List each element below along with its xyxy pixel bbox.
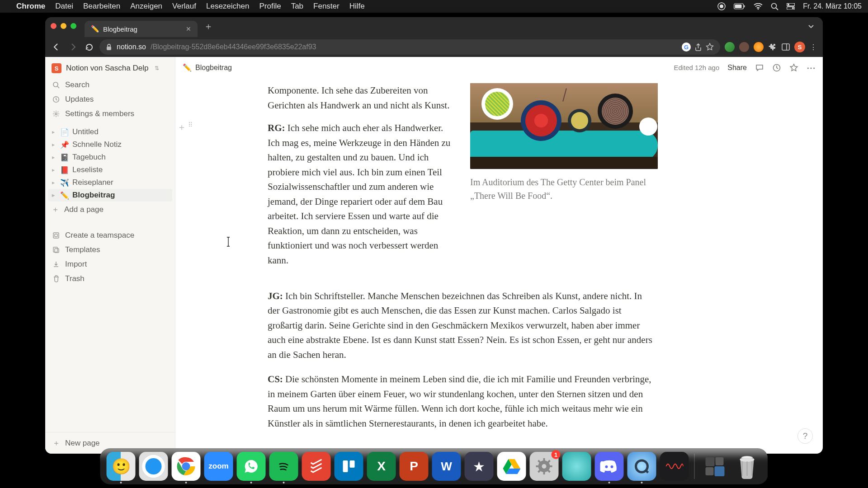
favorite-star-icon[interactable] <box>789 63 798 72</box>
add-block-icon[interactable]: ＋ <box>177 121 186 133</box>
menu-fenster[interactable]: Fenster <box>313 2 340 11</box>
more-menu-icon[interactable]: ⋯ <box>807 63 816 72</box>
screen-record-icon[interactable] <box>717 2 726 10</box>
dock-app-teal[interactable] <box>562 452 591 481</box>
dock-stacks[interactable] <box>700 452 729 481</box>
nav-reload-button[interactable] <box>83 41 95 53</box>
sidebar-teamspace[interactable]: Create a teamspace <box>45 228 175 243</box>
menu-profile[interactable]: Profile <box>259 2 281 11</box>
dock-whatsapp[interactable] <box>237 452 266 481</box>
spotlight-search-icon[interactable] <box>771 3 778 10</box>
dock-google-drive[interactable] <box>497 452 526 481</box>
dock-trash[interactable] <box>733 452 762 481</box>
sidebar-page-blogbeitrag[interactable]: ▸✏️Blogbeitrag <box>48 189 172 202</box>
caret-icon[interactable]: ▸ <box>50 179 57 186</box>
caret-icon[interactable]: ▸ <box>50 167 57 173</box>
extension-icon-3[interactable] <box>754 42 764 52</box>
chrome-profile-avatar[interactable]: S <box>794 42 805 52</box>
menu-bearbeiten[interactable]: Bearbeiten <box>83 2 120 11</box>
help-button[interactable]: ? <box>797 428 813 444</box>
dock-trello[interactable] <box>335 452 363 481</box>
sidebar-settings[interactable]: Settings & members <box>45 107 175 121</box>
nav-forward-button[interactable] <box>67 41 79 53</box>
dock-word[interactable]: W <box>432 452 461 481</box>
dock-quicktime[interactable] <box>627 452 656 481</box>
paragraph[interactable]: JG: Ich bin Schriftsteller. Manche Mensc… <box>268 289 656 362</box>
menubar-app-name[interactable]: Chrome <box>16 2 45 11</box>
bookmark-star-icon[interactable] <box>706 43 714 51</box>
dock-zoom[interactable]: zoom <box>204 452 233 481</box>
svg-line-37 <box>538 460 540 462</box>
browser-tab[interactable]: ✏️ Blogbeitrag ✕ <box>85 21 198 37</box>
share-url-icon[interactable] <box>694 43 702 51</box>
sidebar-page-untitled[interactable]: ▸📄Untitled <box>45 126 175 138</box>
menu-tab[interactable]: Tab <box>291 2 303 11</box>
image-caption[interactable]: Im Auditorium des The Getty Center beim … <box>470 175 658 202</box>
dock-spotify[interactable] <box>269 452 298 481</box>
share-button[interactable]: Share <box>727 64 747 72</box>
dock-system-settings[interactable]: 1 <box>530 452 559 481</box>
caret-icon[interactable]: ▸ <box>50 154 57 160</box>
page-label: Tagebuch <box>72 153 106 162</box>
image-column: Im Auditorium des The Getty Center beim … <box>470 83 658 202</box>
address-bar[interactable]: notion.so/Blogbeitrag-552d8e6eb44346ee99… <box>99 39 720 55</box>
menu-lesezeichen[interactable]: Lesezeichen <box>206 2 249 11</box>
dock-todoist[interactable] <box>302 452 331 481</box>
window-minimize-button[interactable] <box>61 23 66 29</box>
comments-icon[interactable] <box>755 63 764 72</box>
extension-icon-1[interactable] <box>725 42 735 52</box>
caret-icon[interactable]: ▸ <box>50 141 57 148</box>
caret-icon[interactable]: ▸ <box>50 129 57 135</box>
paragraph[interactable]: CS: Die schönsten Momente in meinem Lebe… <box>268 372 656 431</box>
dock-chrome[interactable] <box>172 452 201 481</box>
sidebar-page-reiseplaner[interactable]: ▸✈️Reiseplaner <box>45 176 175 189</box>
menu-hilfe[interactable]: Hilfe <box>349 2 365 11</box>
trash-icon <box>52 275 61 282</box>
window-close-button[interactable] <box>51 23 57 29</box>
window-zoom-button[interactable] <box>71 23 76 29</box>
dock-finder[interactable]: 🙂 <box>107 452 136 481</box>
sidebar-trash[interactable]: Trash <box>45 272 175 286</box>
sidebar-page-tagebuch[interactable]: ▸📓Tagebuch <box>45 151 175 164</box>
chrome-menu-icon[interactable]: ⋮ <box>810 43 817 52</box>
sidebar-page-schnelle-notiz[interactable]: ▸📌Schnelle Notiz <box>45 138 175 151</box>
nav-back-button[interactable] <box>51 41 62 53</box>
fullwidth-text[interactable]: JG: Ich bin Schriftsteller. Manche Mensc… <box>268 289 656 431</box>
dock-safari[interactable] <box>139 452 168 481</box>
sidebar-updates[interactable]: Updates <box>45 92 175 107</box>
drag-handle-icon[interactable]: ⠿ <box>188 121 192 133</box>
dock-discord[interactable] <box>595 452 624 481</box>
sidebar-search[interactable]: Search <box>45 78 175 92</box>
sidebar-page-leseliste[interactable]: ▸📕Leseliste <box>45 164 175 176</box>
page-content[interactable]: ＋ ⠿ Komponente. Ich sehe das Zubereiten … <box>175 79 823 454</box>
history-icon[interactable] <box>772 63 781 72</box>
breadcrumb[interactable]: ✏️ Blogbeitrag <box>183 63 232 72</box>
battery-icon[interactable] <box>734 3 745 9</box>
menubar-clock[interactable]: Fr. 24. März 10:05 <box>803 2 862 10</box>
wifi-icon[interactable] <box>754 3 763 10</box>
extensions-puzzle-icon[interactable] <box>768 42 777 52</box>
extension-icon-2[interactable] <box>739 42 749 52</box>
dock-imovie[interactable]: ★ <box>465 452 494 481</box>
side-panel-icon[interactable] <box>782 43 790 51</box>
tabs-dropdown-icon[interactable] <box>807 23 815 30</box>
control-center-icon[interactable] <box>787 3 795 9</box>
sidebar-templates[interactable]: Templates <box>45 243 175 257</box>
paragraph[interactable]: RG: Ich sehe mich auch eher als Handwerk… <box>268 121 453 267</box>
dock-powerpoint[interactable]: P <box>400 452 429 481</box>
article-image[interactable] <box>470 83 658 169</box>
dock-excel[interactable]: X <box>367 452 396 481</box>
sidebar-add-page[interactable]: ＋ Add a page <box>45 202 175 217</box>
workspace-switcher[interactable]: S Notion von Sascha Delp ⇅ <box>45 57 175 78</box>
menu-anzeigen[interactable]: Anzeigen <box>130 2 162 11</box>
menu-verlauf[interactable]: Verlauf <box>172 2 196 11</box>
dock-voice-memos[interactable] <box>660 452 689 481</box>
tab-close-icon[interactable]: ✕ <box>186 25 191 33</box>
paragraph[interactable]: Komponente. Ich sehe das Zubereiten von … <box>268 83 453 113</box>
caret-icon[interactable]: ▸ <box>50 192 57 198</box>
menu-datei[interactable]: Datei <box>55 2 73 11</box>
new-tab-button[interactable]: ＋ <box>204 20 213 33</box>
sidebar-import[interactable]: Import <box>45 257 175 272</box>
google-translate-icon[interactable]: G <box>682 42 691 52</box>
text-column[interactable]: Komponente. Ich sehe das Zubereiten von … <box>268 83 453 276</box>
